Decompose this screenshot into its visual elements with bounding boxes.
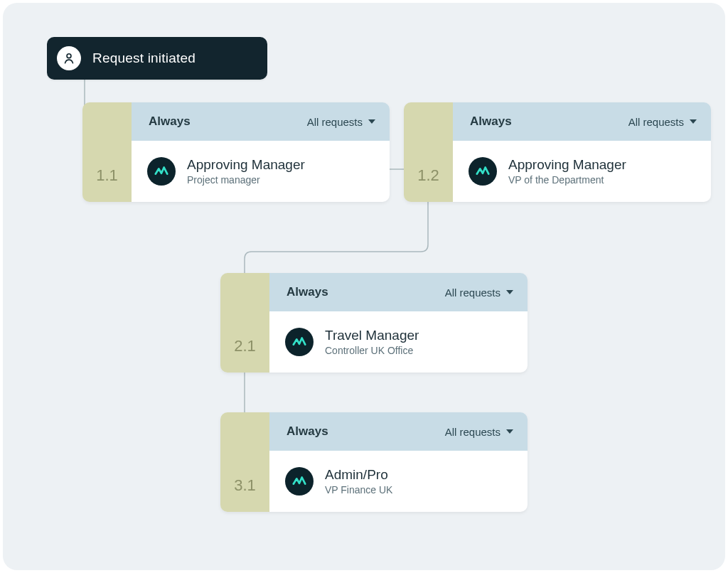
role-title: Approving Manager bbox=[187, 157, 305, 173]
requests-dropdown-label: All requests bbox=[307, 116, 363, 128]
requests-dropdown[interactable]: All requests bbox=[307, 116, 375, 128]
step-header: Always All requests bbox=[269, 412, 528, 451]
step-number: 1.2 bbox=[404, 102, 453, 202]
step-number: 1.1 bbox=[82, 102, 132, 202]
role-title: Approving Manager bbox=[508, 157, 626, 173]
step-body: Travel Manager Controller UK Office bbox=[269, 311, 528, 373]
role-title: Travel Manager bbox=[325, 328, 419, 343]
condition-label: Always bbox=[287, 285, 328, 299]
step-1-2[interactable]: 1.2 Always All requests Approving Manage… bbox=[404, 102, 711, 202]
requests-dropdown-label: All requests bbox=[445, 286, 500, 299]
step-number: 3.1 bbox=[220, 412, 269, 512]
svg-point-0 bbox=[67, 54, 71, 58]
role-avatar bbox=[285, 328, 314, 356]
step-header: Always All requests bbox=[453, 102, 711, 141]
start-label: Request initiated bbox=[92, 50, 196, 66]
requests-dropdown-label: All requests bbox=[628, 116, 684, 128]
role-avatar bbox=[469, 157, 497, 186]
requests-dropdown[interactable]: All requests bbox=[445, 286, 513, 299]
step-body: Approving Manager Project manager bbox=[132, 141, 390, 202]
role-subtitle: Controller UK Office bbox=[325, 345, 419, 356]
role-subtitle: Project manager bbox=[187, 174, 305, 186]
condition-label: Always bbox=[149, 114, 191, 129]
user-icon bbox=[57, 46, 81, 70]
chevron-down-icon bbox=[690, 119, 697, 124]
step-2-1[interactable]: 2.1 Always All requests Travel Manager C… bbox=[220, 273, 528, 373]
step-header: Always All requests bbox=[269, 273, 528, 311]
role-title: Admin/Pro bbox=[325, 467, 392, 483]
step-body: Approving Manager VP of the Department bbox=[453, 141, 711, 202]
requests-dropdown[interactable]: All requests bbox=[445, 426, 513, 438]
chevron-down-icon bbox=[506, 429, 513, 434]
step-header: Always All requests bbox=[132, 102, 390, 141]
chevron-down-icon bbox=[368, 119, 375, 124]
workflow-canvas: Request initiated 1.1 Always All request… bbox=[3, 3, 725, 570]
condition-label: Always bbox=[470, 114, 512, 129]
role-avatar bbox=[285, 467, 314, 496]
condition-label: Always bbox=[287, 424, 328, 439]
start-node: Request initiated bbox=[47, 37, 267, 80]
requests-dropdown-label: All requests bbox=[445, 426, 500, 438]
step-1-1[interactable]: 1.1 Always All requests Approving Manage… bbox=[82, 102, 390, 202]
step-body: Admin/Pro VP Finance UK bbox=[269, 451, 528, 512]
role-subtitle: VP of the Department bbox=[508, 174, 626, 186]
step-number: 2.1 bbox=[220, 273, 269, 373]
role-avatar bbox=[147, 157, 176, 186]
role-subtitle: VP Finance UK bbox=[325, 484, 392, 496]
step-3-1[interactable]: 3.1 Always All requests Admin/Pro VP Fin… bbox=[220, 412, 528, 512]
chevron-down-icon bbox=[506, 290, 513, 294]
requests-dropdown[interactable]: All requests bbox=[628, 116, 697, 128]
